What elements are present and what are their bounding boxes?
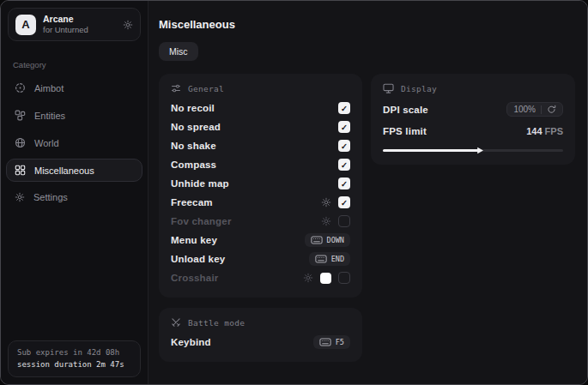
setting-label: Freecam [171,197,213,208]
keybind-chip[interactable]: F5 [313,335,350,349]
display-card-header: Display [383,83,563,93]
logo-card[interactable]: A Arcane for Unturned [8,8,141,41]
sidebar-item-aimbot[interactable]: Aimbot [6,76,142,99]
entities-icon [15,110,26,121]
general-rows: No recoil✓No spread✓No shake✓Compass✓Unh… [171,99,350,287]
checkbox[interactable]: ✓ [338,159,350,171]
dpi-scale-control[interactable]: 100% [506,102,563,117]
sub-expiry-text: Sub expires in 42d 08h [17,347,131,359]
setting-controls: F5 [313,335,350,349]
sidebar-item-label: World [34,138,59,148]
setting-controls: ✓ [321,196,350,208]
gear-icon [15,192,25,202]
fps-slider[interactable] [383,146,563,154]
setting-controls: ✓ [338,159,350,171]
gear-icon[interactable] [321,216,331,226]
setting-label: No shake [171,141,216,151]
sidebar-item-label: Entities [34,111,65,121]
dpi-scale-value: 100% [513,105,536,114]
setting-controls: ✓ [338,121,350,133]
swords-icon [171,317,181,328]
sidebar-item-label: Miscellaneous [34,165,94,176]
setting-controls: DOWN [305,233,350,247]
setting-row: No spread✓ [171,117,350,136]
setting-row: Crosshair [171,268,350,287]
fps-limit-row: FPS limit 144 FPS [383,120,563,141]
setting-controls [321,215,350,227]
sidebar-nav: AimbotEntitiesWorldMiscellaneousSettings [1,76,148,208]
app-avatar: A [15,15,36,35]
setting-row: No shake✓ [171,136,350,155]
setting-row: No recoil✓ [171,99,350,117]
content-columns: General No recoil✓No spread✓No shake✓Com… [159,74,575,362]
setting-row: Unload keyEND [171,250,350,268]
keybind-chip[interactable]: DOWN [305,233,350,247]
setting-label: Crosshair [171,273,219,283]
setting-controls: ✓ [338,102,350,114]
app-name: Arcane [43,14,88,25]
keybind-chip[interactable]: END [309,252,350,266]
tab-misc[interactable]: Misc [159,42,198,61]
setting-controls: ✓ [338,140,350,152]
slider-thumb[interactable] [476,147,484,154]
setting-label: Menu key [171,235,217,245]
checkbox[interactable]: ✓ [338,102,350,114]
setting-label: No recoil [171,103,215,113]
sliders-icon [171,83,181,93]
color-swatch[interactable] [320,273,331,284]
sidebar-item-miscellaneous[interactable]: Miscellaneous [6,159,142,182]
keybind-value: DOWN [327,236,344,244]
general-card: General No recoil✓No spread✓No shake✓Com… [159,74,362,298]
battle-card-title: Battle mode [188,318,245,328]
right-column: Display DPI scale 100% FPS limit [371,74,575,165]
general-card-title: General [188,84,224,93]
refresh-icon[interactable] [547,105,556,114]
keyboard-icon [315,255,327,263]
sidebar-item-entities[interactable]: Entities [6,104,142,127]
left-column: General No recoil✓No spread✓No shake✓Com… [159,74,362,362]
setting-label: Keybind [171,337,211,347]
session-duration-text: session duration 2m 47s [17,359,131,371]
setting-row: KeybindF5 [171,333,350,352]
logo-settings-icon[interactable] [123,20,133,30]
checkbox[interactable]: ✓ [338,140,350,152]
checkbox[interactable] [338,272,350,284]
chip-divider [541,105,542,114]
dpi-scale-label: DPI scale [383,105,428,115]
subscription-info: Sub expires in 42d 08h session duration … [8,340,141,377]
sidebar: A Arcane for Unturned Category AimbotEnt… [1,1,149,384]
setting-label: Unhide map [171,178,229,189]
setting-row: Freecam✓ [171,193,350,212]
display-card: Display DPI scale 100% FPS limit [371,74,575,165]
display-card-title: Display [401,84,437,93]
setting-row: Unhide map✓ [171,174,350,193]
setting-row: Menu keyDOWN [171,231,350,250]
setting-row: Compass✓ [171,155,350,174]
sidebar-item-settings[interactable]: Settings [6,186,142,208]
gear-icon[interactable] [321,197,331,208]
fps-limit-value: 144 FPS [526,126,563,136]
setting-label: Unload key [171,254,225,264]
main-content: Miscellaneous Misc General No recoil✓No … [149,1,588,384]
fps-unit: FPS [545,126,563,136]
checkbox[interactable]: ✓ [338,177,350,189]
setting-label: Compass [171,159,216,170]
setting-label: No spread [171,122,221,132]
gear-icon[interactable] [303,273,313,283]
fps-limit-label: FPS limit [383,126,427,136]
tab-bar: Misc [159,42,575,61]
logo-text: Arcane for Unturned [43,14,88,35]
sidebar-item-world[interactable]: World [6,131,142,154]
general-card-header: General [171,83,350,93]
checkbox[interactable]: ✓ [338,196,350,208]
checkbox[interactable] [338,215,350,227]
keybind-value: END [331,255,344,263]
sidebar-item-label: Aimbot [34,83,64,93]
keybind-value: F5 [336,338,344,346]
monitor-icon [383,83,394,93]
crosshair-icon [15,82,26,93]
setting-controls: END [309,252,350,266]
setting-label: Fov changer [171,216,232,226]
checkbox[interactable]: ✓ [338,121,350,133]
category-label: Category [13,60,136,69]
